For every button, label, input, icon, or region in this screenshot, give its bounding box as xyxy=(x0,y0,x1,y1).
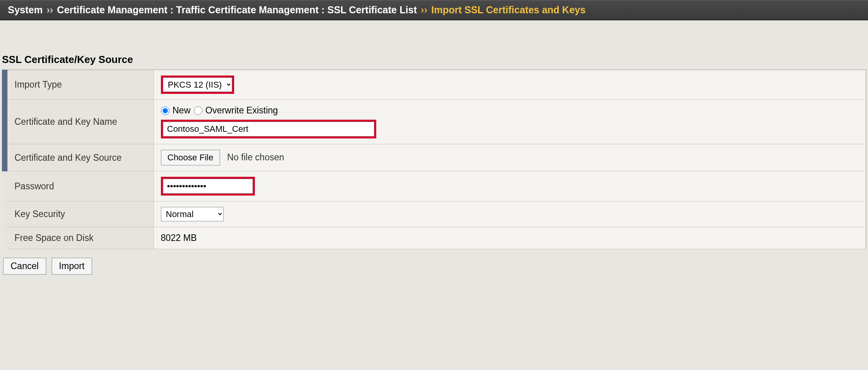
form-table: Import Type PKCS 12 (IIS) Certificate an… xyxy=(2,70,866,249)
key-security-select[interactable]: Normal xyxy=(161,207,224,221)
radio-new[interactable] xyxy=(161,106,170,115)
breadcrumb-current: Import SSL Certificates and Keys xyxy=(431,4,585,16)
highlight-cert-name xyxy=(161,120,376,138)
password-input[interactable] xyxy=(163,179,253,194)
cancel-button[interactable]: Cancel xyxy=(3,258,46,275)
highlight-import-type: PKCS 12 (IIS) xyxy=(161,75,234,94)
label-key-security: Key Security xyxy=(5,201,153,227)
breadcrumb-separator: ›› xyxy=(421,4,428,16)
choose-file-button[interactable]: Choose File xyxy=(161,150,220,165)
import-type-select[interactable]: PKCS 12 (IIS) xyxy=(163,77,232,92)
label-cert-key-name: Certificate and Key Name xyxy=(5,100,153,144)
breadcrumb-item-system[interactable]: System xyxy=(8,4,43,16)
breadcrumb-separator: ›› xyxy=(47,4,53,16)
breadcrumb-item-cert-mgmt[interactable]: Certificate Management : Traffic Certifi… xyxy=(57,4,417,16)
radio-overwrite-label: Overwrite Existing xyxy=(206,105,278,116)
free-space-value: 8022 MB xyxy=(161,233,197,243)
highlight-password xyxy=(161,177,255,196)
file-chosen-status: No file chosen xyxy=(227,152,284,162)
label-cert-key-source: Certificate and Key Source xyxy=(5,144,153,171)
radio-new-label: New xyxy=(173,105,191,116)
radio-overwrite[interactable] xyxy=(194,106,202,115)
button-row: Cancel Import xyxy=(0,249,868,283)
breadcrumb: System ›› Certificate Management : Traff… xyxy=(0,0,868,20)
label-import-type: Import Type xyxy=(5,70,153,100)
cert-key-name-input[interactable] xyxy=(163,122,374,137)
section-title: SSL Certificate/Key Source xyxy=(0,20,868,70)
import-button[interactable]: Import xyxy=(52,258,92,275)
label-free-space: Free Space on Disk xyxy=(5,227,153,249)
label-password: Password xyxy=(5,171,153,201)
